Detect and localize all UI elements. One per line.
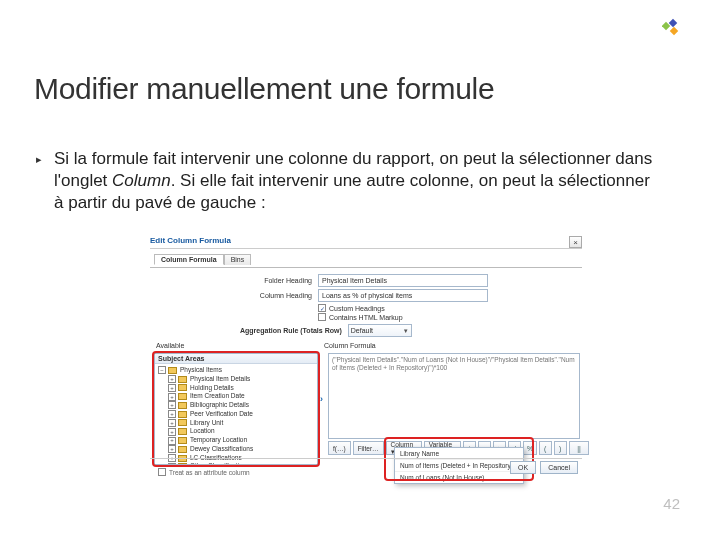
tree-item[interactable]: +Library Unit (158, 419, 314, 428)
tab-column-formula[interactable]: Column Formula (154, 254, 224, 265)
tree-item[interactable]: +Peer Verification Date (158, 410, 314, 419)
column-heading-input[interactable]: Loans as % of physical items (318, 289, 488, 302)
cancel-button[interactable]: Cancel (540, 461, 578, 474)
tree-item[interactable]: +Holding Details (158, 384, 314, 393)
dialog-title: Edit Column Formula (150, 236, 582, 245)
available-label: Available (150, 342, 318, 349)
bullet-marker: ▸ (36, 153, 42, 166)
formula-textarea[interactable]: ("Physical Item Details"."Num of Loans (… (328, 353, 580, 439)
slide-title: Modifier manuellement une formule (34, 72, 494, 106)
contains-html-checkbox[interactable]: Contains HTML Markup (318, 313, 488, 321)
subject-areas-header: Subject Areas (155, 354, 317, 364)
op-concat[interactable]: || (569, 441, 590, 455)
tree-item[interactable]: +Dewey Classifications (158, 445, 314, 454)
tree-item[interactable]: +Item Creation Date (158, 392, 314, 401)
op-lparen[interactable]: ( (539, 441, 552, 455)
tree-item[interactable]: +Temporary Location (158, 436, 314, 445)
tree-item[interactable]: +Location (158, 427, 314, 436)
column-formula-label: Column Formula (318, 342, 582, 349)
fx-button[interactable]: f(…) (328, 441, 351, 455)
subject-areas-panel[interactable]: Subject Areas −Physical Items+Physical I… (154, 353, 318, 465)
filter-button[interactable]: Filter… (353, 441, 384, 455)
svg-rect-2 (670, 27, 678, 35)
custom-headings-checkbox[interactable]: ✓Custom Headings (318, 304, 488, 312)
edit-column-formula-dialog: Edit Column Formula × Column Formula Bin… (150, 236, 582, 476)
page-number: 42 (663, 495, 680, 512)
aggregation-rule-label: Aggregation Rule (Totals Row) (240, 327, 342, 334)
op-rparen[interactable]: ) (554, 441, 567, 455)
tree-item[interactable]: +Physical Item Details (158, 375, 314, 384)
op-percent[interactable]: % (523, 441, 536, 455)
tab-bins[interactable]: Bins (224, 254, 252, 265)
insert-arrow-icon[interactable]: › (320, 394, 323, 404)
tree-item[interactable]: +Bibliographic Details (158, 401, 314, 410)
body-em: Column (112, 171, 171, 190)
folder-heading-input[interactable]: Physical Item Details (318, 274, 488, 287)
body-paragraph: Si la formule fait intervenir une colonn… (54, 148, 654, 213)
folder-heading-label: Folder Heading (240, 277, 312, 284)
ok-button[interactable]: OK (510, 461, 536, 474)
column-heading-label: Column Heading (240, 292, 312, 299)
aggregation-rule-select[interactable]: Default▼ (348, 324, 412, 337)
logo-icon (662, 18, 682, 38)
close-button[interactable]: × (569, 236, 582, 248)
